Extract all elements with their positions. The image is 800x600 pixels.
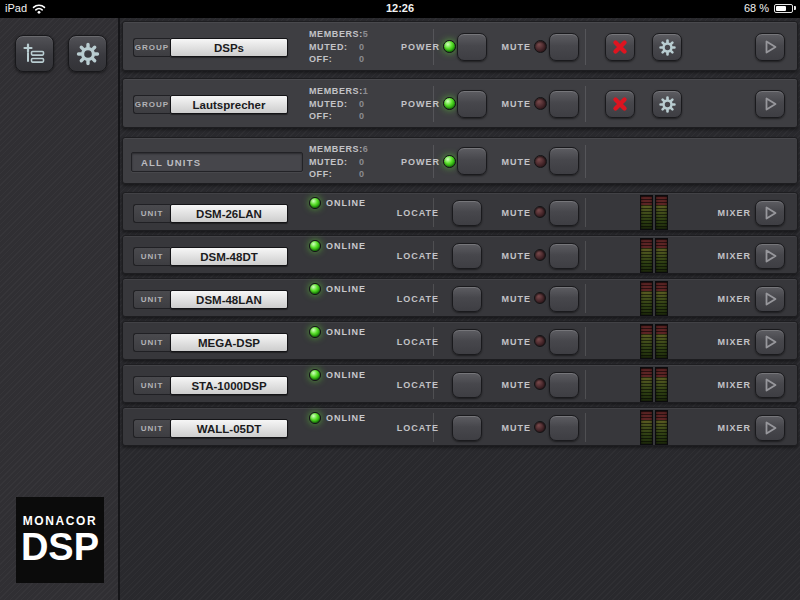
unit-name-control: UNIT WALL-05DT bbox=[133, 419, 288, 438]
open-mixer-button[interactable] bbox=[755, 372, 785, 398]
mute-label: MUTE bbox=[491, 251, 531, 261]
power-led bbox=[443, 97, 456, 110]
all-units-field: ALL UNITS bbox=[131, 152, 303, 172]
mixer-label: MIXER bbox=[699, 208, 751, 218]
group-settings-button[interactable] bbox=[652, 33, 682, 61]
unit-name-field[interactable]: DSM-48DT bbox=[170, 247, 288, 266]
muted-label: MUTED: bbox=[309, 157, 348, 167]
power-label: POWER bbox=[388, 99, 440, 109]
unit-name-field[interactable]: DSM-26LAN bbox=[170, 204, 288, 223]
off-label: OFF: bbox=[309, 169, 332, 179]
unit-row: UNIT DSM-48DT ONLINE LOCATE MUTE MIXER bbox=[122, 235, 798, 274]
power-button[interactable] bbox=[457, 147, 487, 175]
online-led bbox=[309, 240, 321, 252]
mute-led bbox=[534, 292, 546, 304]
locate-button[interactable] bbox=[452, 200, 482, 226]
locate-button[interactable] bbox=[452, 286, 482, 312]
play-arrow-icon bbox=[760, 419, 780, 437]
logo-product-text: DSP bbox=[21, 529, 99, 565]
mute-button[interactable] bbox=[549, 33, 579, 61]
unit-badge: UNIT bbox=[133, 290, 170, 309]
off-label: OFF: bbox=[309, 54, 332, 64]
unit-name-field[interactable]: WALL-05DT bbox=[170, 419, 288, 438]
vu-meter-right bbox=[655, 324, 668, 359]
play-arrow-icon bbox=[760, 247, 780, 265]
mute-button[interactable] bbox=[549, 415, 579, 441]
unit-name-field[interactable]: DSM-48LAN bbox=[170, 290, 288, 309]
group-badge: GROUP bbox=[133, 95, 170, 114]
online-led bbox=[309, 283, 321, 295]
group-name-field[interactable]: Lautsprecher bbox=[170, 95, 288, 114]
power-label: POWER bbox=[388, 157, 440, 167]
members-label: MEMBERS: bbox=[309, 29, 363, 39]
power-led bbox=[443, 155, 456, 168]
unit-badge: UNIT bbox=[133, 376, 170, 395]
open-group-button[interactable] bbox=[755, 33, 785, 61]
members-label: MEMBERS: bbox=[309, 144, 363, 154]
mute-button[interactable] bbox=[549, 286, 579, 312]
vu-meter-right bbox=[655, 410, 668, 445]
device-list: GROUP DSPs MEMBERS:5 MUTED:0 OFF:0 POWER… bbox=[120, 18, 800, 600]
delete-group-button[interactable] bbox=[605, 33, 635, 61]
off-count: 0 bbox=[359, 111, 364, 121]
locate-button[interactable] bbox=[452, 415, 482, 441]
mute-button[interactable] bbox=[549, 372, 579, 398]
online-led bbox=[309, 326, 321, 338]
mixer-label: MIXER bbox=[699, 337, 751, 347]
divider bbox=[585, 327, 586, 356]
online-led bbox=[309, 197, 321, 209]
online-status-label: ONLINE bbox=[326, 284, 366, 294]
members-count: 1 bbox=[363, 86, 368, 96]
unit-badge: UNIT bbox=[133, 419, 170, 438]
mute-led bbox=[534, 206, 546, 218]
open-mixer-button[interactable] bbox=[755, 415, 785, 441]
unit-name-control: UNIT DSM-48LAN bbox=[133, 290, 288, 309]
play-arrow-icon bbox=[760, 38, 780, 56]
online-status-label: ONLINE bbox=[326, 198, 366, 208]
open-mixer-button[interactable] bbox=[755, 243, 785, 269]
mute-button[interactable] bbox=[549, 243, 579, 269]
open-mixer-button[interactable] bbox=[755, 200, 785, 226]
power-button[interactable] bbox=[457, 33, 487, 61]
online-status-label: ONLINE bbox=[326, 413, 366, 423]
clock: 12:26 bbox=[0, 2, 800, 14]
add-group-icon bbox=[22, 41, 48, 67]
locate-button[interactable] bbox=[452, 372, 482, 398]
group-name-control: GROUP DSPs bbox=[133, 38, 288, 57]
online-led bbox=[309, 412, 321, 424]
vu-meter-right bbox=[655, 281, 668, 316]
divider bbox=[585, 413, 586, 442]
play-arrow-icon bbox=[760, 290, 780, 308]
mute-label: MUTE bbox=[491, 380, 531, 390]
gear-icon bbox=[75, 41, 101, 67]
mute-led bbox=[534, 155, 547, 168]
power-label: POWER bbox=[388, 42, 440, 52]
mute-button[interactable] bbox=[549, 200, 579, 226]
open-mixer-button[interactable] bbox=[755, 286, 785, 312]
unit-name-field[interactable]: MEGA-DSP bbox=[170, 333, 288, 352]
play-arrow-icon bbox=[760, 376, 780, 394]
open-group-button[interactable] bbox=[755, 90, 785, 118]
power-button[interactable] bbox=[457, 90, 487, 118]
mute-led bbox=[534, 97, 547, 110]
vu-meter-left bbox=[640, 410, 653, 445]
mute-button[interactable] bbox=[549, 90, 579, 118]
unit-name-field[interactable]: STA-1000DSP bbox=[170, 376, 288, 395]
mute-led bbox=[534, 40, 547, 53]
vu-meter-right bbox=[655, 238, 668, 273]
mute-button[interactable] bbox=[549, 147, 579, 175]
locate-button[interactable] bbox=[452, 243, 482, 269]
group-settings-button[interactable] bbox=[652, 90, 682, 118]
locate-label: LOCATE bbox=[387, 294, 439, 304]
open-mixer-button[interactable] bbox=[755, 329, 785, 355]
gear-icon bbox=[658, 95, 677, 114]
group-name-field[interactable]: DSPs bbox=[170, 38, 288, 57]
add-group-button[interactable] bbox=[15, 35, 54, 72]
delete-group-button[interactable] bbox=[605, 90, 635, 118]
online-led bbox=[309, 369, 321, 381]
mute-button[interactable] bbox=[549, 329, 579, 355]
locate-button[interactable] bbox=[452, 329, 482, 355]
unit-row: UNIT DSM-48LAN ONLINE LOCATE MUTE MIXER bbox=[122, 278, 798, 317]
app-settings-button[interactable] bbox=[68, 35, 107, 72]
mixer-label: MIXER bbox=[699, 423, 751, 433]
